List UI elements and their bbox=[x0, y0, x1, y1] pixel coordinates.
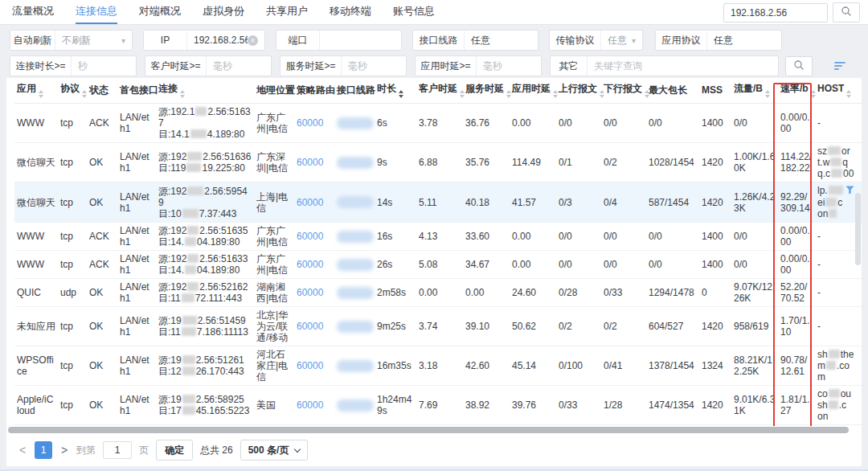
table-row[interactable]: 微信聊天tcpOKLAN/eth1源:1922.56:59549目:107.37… bbox=[14, 182, 862, 223]
table-row[interactable]: WWWtcpACKLAN/eth1源:192.12.56:51637目:14.1… bbox=[14, 104, 862, 143]
column-header-proto[interactable]: 协议 bbox=[58, 78, 87, 104]
filter-value: 任意▾ bbox=[601, 31, 642, 50]
filter-input[interactable] bbox=[483, 60, 534, 72]
cell-rate: 0.00/0.00 bbox=[778, 223, 815, 251]
cell-route: 60000 bbox=[294, 279, 334, 307]
redacted-blur bbox=[185, 265, 196, 274]
route-link[interactable]: 60000 bbox=[297, 157, 323, 168]
column-header-s_delay[interactable]: 服务时延 bbox=[463, 78, 510, 104]
filter-input[interactable] bbox=[213, 60, 264, 72]
vertical-scrollbar[interactable] bbox=[855, 193, 861, 265]
text-fragment: 目:17 bbox=[158, 405, 182, 416]
filter-value bbox=[320, 31, 401, 50]
cell-conn: 源:1922.56:51636目:11919.225:80 bbox=[156, 143, 254, 182]
global-search-button[interactable] bbox=[833, 2, 860, 23]
goto-page-input[interactable] bbox=[103, 441, 132, 459]
cell-traffic: 88.21K/12.25K bbox=[731, 346, 778, 386]
route-link[interactable]: 60000 bbox=[297, 321, 323, 332]
column-label: 地理位置 bbox=[256, 84, 295, 96]
route-link[interactable]: 60000 bbox=[297, 399, 323, 411]
current-page-button[interactable]: 1 bbox=[35, 441, 52, 459]
tab-3[interactable]: 对端概况 bbox=[139, 0, 181, 24]
tab-4[interactable]: 虚拟身份 bbox=[203, 0, 244, 24]
table-row[interactable]: 微信聊天tcpOKLAN/eth1源:1922.56:51636目:11919.… bbox=[14, 143, 862, 182]
next-page-button[interactable]: > bbox=[59, 444, 69, 457]
column-header-conn[interactable]: 连接 bbox=[156, 78, 254, 104]
column-header-c_delay[interactable]: 客户时延 bbox=[416, 78, 463, 104]
tab-2[interactable]: 连接信息 bbox=[76, 0, 117, 24]
sort-down-arrow bbox=[399, 95, 403, 98]
table-row[interactable]: Apple/iCloudtcpOKLAN/eth1源:192.56:58925目… bbox=[14, 386, 862, 425]
sort-down-arrow bbox=[846, 95, 851, 98]
column-label: 接口线路 bbox=[337, 84, 375, 96]
cell-up: 0/28 bbox=[556, 279, 601, 307]
table-row[interactable]: WWWtcpACKLAN/eth1源:1922.56:51635目:14.04.… bbox=[14, 223, 862, 251]
cell-up: 0/0 bbox=[556, 251, 601, 279]
route-link[interactable]: 60000 bbox=[297, 197, 323, 208]
route-link[interactable]: 60000 bbox=[297, 259, 323, 270]
table-row[interactable]: WPSOfficetcpOKLAN/eth1源:192.56:51261目:12… bbox=[14, 346, 862, 386]
filter-label: 服务时延>= bbox=[280, 56, 342, 76]
page-size-select[interactable]: 500 条/页 bbox=[240, 440, 309, 461]
tab-5[interactable]: 共享用户 bbox=[266, 0, 308, 24]
table-row[interactable]: 未知应用tcpOKLAN/eth1源:192.56:51459目:117.186… bbox=[14, 307, 862, 346]
cell-iface: LAN/eth1 bbox=[117, 307, 156, 346]
filter-input[interactable] bbox=[194, 35, 248, 46]
tab-6[interactable]: 移动终端 bbox=[330, 0, 371, 24]
route-link[interactable]: 60000 bbox=[297, 231, 323, 242]
sort-down-arrow bbox=[553, 95, 558, 98]
sort-filter-icon[interactable] bbox=[833, 60, 846, 72]
column-header-app[interactable]: 应用 bbox=[14, 78, 58, 104]
redacted-blur bbox=[187, 152, 202, 161]
tab-1[interactable]: 流量概况 bbox=[12, 0, 54, 24]
filter-select[interactable]: 不刷新 bbox=[62, 34, 118, 47]
column-header-a_delay[interactable]: 应用时延 bbox=[510, 78, 556, 104]
table-row[interactable]: WWWtcpACKLAN/eth1源:1922.56:51633目:14.04.… bbox=[14, 251, 862, 279]
cell-lane bbox=[334, 182, 375, 223]
conn-source: 源:1922.56:59549 bbox=[158, 186, 252, 208]
tab-7[interactable]: 账号信息 bbox=[393, 0, 435, 24]
horizontal-scrollbar[interactable] bbox=[8, 427, 849, 433]
column-header-up[interactable]: 上行报文 bbox=[556, 78, 601, 104]
filter-input[interactable] bbox=[471, 35, 531, 46]
redacted-blur bbox=[829, 186, 843, 195]
cell-rate: 52.20/70.52 bbox=[778, 279, 815, 307]
cell-s_delay: 38.92 bbox=[463, 386, 510, 425]
cell-maxlen: 1378/1454 bbox=[646, 346, 699, 386]
filter-input[interactable] bbox=[714, 35, 775, 46]
cell-conn: 源:1922.56:59549目:107.37:443 bbox=[156, 182, 254, 223]
global-search-input[interactable] bbox=[723, 3, 828, 23]
route-link[interactable]: 60000 bbox=[297, 287, 323, 298]
prev-page-button[interactable]: < bbox=[18, 444, 27, 457]
filter-input[interactable] bbox=[78, 60, 129, 72]
filter-input[interactable] bbox=[348, 60, 399, 72]
filter-value bbox=[342, 56, 406, 76]
sort-down-arrow bbox=[82, 95, 87, 98]
redacted-blur bbox=[182, 209, 199, 218]
route-link[interactable]: 60000 bbox=[297, 360, 323, 371]
table-row[interactable]: QUICudpOKLAN/eth1源:1922.56:52162目:1172.1… bbox=[14, 279, 862, 307]
filter-label: 客户时延>= bbox=[145, 56, 207, 76]
column-header-down[interactable]: 下行报文 bbox=[601, 78, 646, 104]
cell-route: 60000 bbox=[294, 386, 334, 425]
column-header-host[interactable]: HOST bbox=[815, 78, 862, 104]
column-header-traffic[interactable]: 流量/B bbox=[731, 78, 778, 104]
cell-maxlen: 1294/1478 bbox=[646, 279, 699, 307]
filter-input[interactable] bbox=[326, 35, 395, 46]
redacted-blur bbox=[829, 400, 838, 409]
redacted-blur bbox=[187, 226, 199, 235]
text-fragment: 目:12 bbox=[158, 366, 182, 377]
confirm-page-button[interactable]: 确定 bbox=[156, 440, 193, 461]
filter-select[interactable]: 任意 bbox=[608, 34, 628, 47]
filter-search-button[interactable] bbox=[785, 56, 813, 76]
funnel-icon[interactable] bbox=[845, 186, 854, 197]
clear-icon[interactable]: × bbox=[248, 35, 258, 46]
text-fragment: on bbox=[817, 208, 828, 219]
table-head: 应用协议状态首包接口连接地理位置策略路由接口线路时长客户时延服务时延应用时延上行… bbox=[14, 78, 862, 104]
route-link[interactable]: 60000 bbox=[297, 117, 323, 129]
column-header-dur[interactable]: 时长 bbox=[375, 78, 416, 104]
filter-input[interactable] bbox=[594, 60, 772, 72]
caret-down-icon: ▾ bbox=[632, 36, 636, 45]
filter-value bbox=[588, 56, 778, 76]
column-header-rate[interactable]: 速率/b bbox=[778, 78, 815, 104]
